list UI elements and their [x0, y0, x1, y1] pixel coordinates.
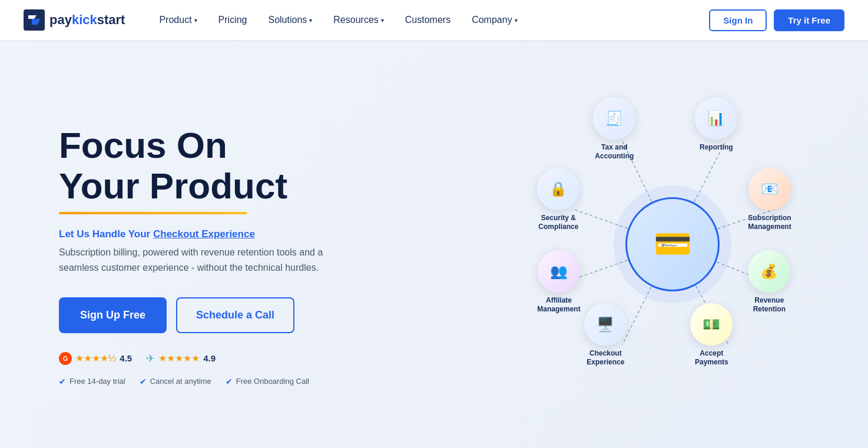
node-accept-payments[interactable]: 💵 AcceptPayments [690, 303, 733, 367]
node-checkout-experience[interactable]: 🖥️ CheckoutExperience [584, 303, 627, 367]
trust-label-trial: Free 14-day trial [69, 377, 125, 386]
feature-diagram: 💳 🧾 Tax andAccounting 📊 Reporting 📧 [478, 40, 868, 448]
nav-item-customers[interactable]: Customers [395, 0, 461, 40]
trust-label-cancel: Cancel at anytime [150, 377, 211, 386]
node-reporting[interactable]: 📊 Reporting [695, 97, 737, 152]
check-icon: ✔ [140, 377, 147, 386]
capterra-icon: ✈ [146, 352, 155, 365]
hero-title: Focus On Your Product [59, 125, 442, 205]
node-label-checkout: CheckoutExperience [587, 349, 624, 367]
node-label-accept-payments: AcceptPayments [695, 349, 728, 367]
try-free-button[interactable]: Try it Free [774, 9, 844, 31]
logo-text-start: start [97, 12, 125, 27]
trust-item-onboarding: ✔ Free Onboarding Call [226, 377, 309, 386]
nav-item-product[interactable]: Product ▾ [148, 0, 207, 40]
security-icon: 🔒 [537, 168, 579, 210]
center-icon: 💳 [654, 226, 692, 262]
node-revenue-retention[interactable]: 💰 RevenueRetention [748, 250, 790, 314]
capterra-score: 4.9 [203, 353, 216, 363]
g2-rating: G ★★★★½ 4.5 [59, 352, 132, 365]
node-tax-accounting[interactable]: 🧾 Tax andAccounting [593, 97, 635, 161]
logo-text-pay: pay [49, 12, 72, 27]
revenue-icon: 💰 [748, 250, 790, 293]
subscription-icon: 📧 [748, 168, 791, 210]
nav-actions: Sign In Try it Free [709, 9, 844, 31]
schedule-call-button[interactable]: Schedule a Call [176, 297, 294, 333]
nav-item-pricing[interactable]: Pricing [208, 0, 258, 40]
node-label-reporting: Reporting [700, 143, 733, 152]
checkout-icon: 🖥️ [584, 303, 627, 346]
chevron-down-icon: ▾ [381, 17, 384, 24]
diagram-container: 💳 🧾 Tax andAccounting 📊 Reporting 📧 [531, 74, 814, 415]
capterra-stars: ★★★★★ [158, 353, 200, 364]
chevron-down-icon: ▾ [194, 17, 197, 24]
hero-buttons: Sign Up Free Schedule a Call [59, 297, 442, 333]
node-affiliate-management[interactable]: 👥 AffiliateManagement [537, 250, 580, 314]
nav-links: Product ▾ Pricing Solutions ▾ Resources … [148, 0, 709, 40]
node-label-subscription: SubscriptionManagement [748, 214, 791, 232]
center-circle: 💳 [625, 197, 720, 291]
trust-item-cancel: ✔ Cancel at anytime [140, 377, 211, 386]
affiliate-icon: 👥 [538, 250, 580, 293]
hero-subtitle: Let Us Handle Your Checkout Experience [59, 228, 442, 240]
g2-icon: G [59, 352, 72, 365]
trust-label-onboarding: Free Onboarding Call [236, 377, 309, 386]
reporting-icon: 📊 [695, 97, 737, 140]
capterra-rating: ✈ ★★★★★ 4.9 [146, 352, 216, 365]
signup-button[interactable]: Sign Up Free [59, 297, 167, 333]
trust-indicators: ✔ Free 14-day trial ✔ Cancel at anytime … [59, 377, 442, 386]
ratings: G ★★★★½ 4.5 ✈ ★★★★★ 4.9 [59, 352, 442, 365]
nav-item-company[interactable]: Company ▾ [461, 0, 528, 40]
trust-item-trial: ✔ Free 14-day trial [59, 377, 125, 386]
signin-button[interactable]: Sign In [709, 9, 767, 31]
node-label-revenue: RevenueRetention [753, 296, 786, 314]
g2-score: 4.5 [120, 353, 132, 363]
title-underline [59, 212, 247, 214]
check-icon: ✔ [226, 377, 233, 386]
node-label-affiliate: AffiliateManagement [537, 296, 580, 314]
logo-text-kick: kick [72, 12, 97, 27]
chevron-down-icon: ▾ [515, 17, 518, 24]
accept-payments-icon: 💵 [690, 303, 733, 346]
hero-section: Focus On Your Product Let Us Handle Your… [0, 40, 868, 448]
logo[interactable]: paykickstart [24, 9, 125, 31]
node-label-tax: Tax andAccounting [595, 143, 634, 161]
chevron-down-icon: ▾ [309, 17, 312, 24]
node-security-compliance[interactable]: 🔒 Security &Compliance [537, 168, 579, 232]
check-icon: ✔ [59, 377, 66, 386]
node-subscription[interactable]: 📧 SubscriptionManagement [748, 168, 791, 232]
nav-item-resources[interactable]: Resources ▾ [323, 0, 394, 40]
g2-stars: ★★★★½ [75, 353, 116, 364]
nav-item-solutions[interactable]: Solutions ▾ [257, 0, 323, 40]
node-label-security: Security &Compliance [538, 214, 578, 232]
hero-description: Subscription billing, powered with reven… [59, 245, 365, 276]
tax-icon: 🧾 [593, 97, 635, 140]
hero-content: Focus On Your Product Let Us Handle Your… [0, 40, 478, 448]
